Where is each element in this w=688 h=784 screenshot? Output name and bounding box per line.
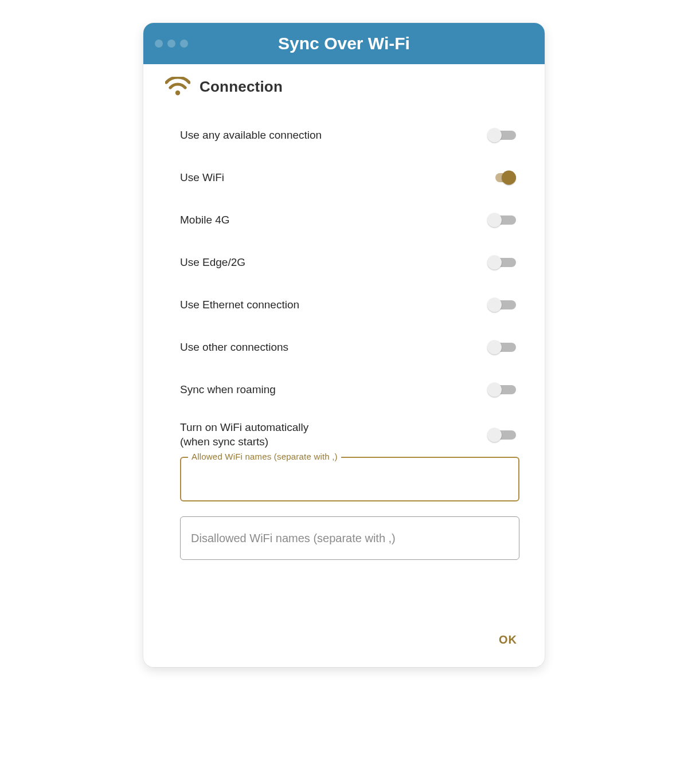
content: Connection Use any available connection … bbox=[143, 64, 545, 571]
ok-button[interactable]: OK bbox=[497, 629, 519, 651]
allowed-wifi-legend: Allowed WiFi names (separate with ,) bbox=[188, 452, 341, 461]
toggle-mobile-4g[interactable] bbox=[487, 212, 516, 228]
wifi-icon bbox=[165, 77, 190, 96]
footer: OK bbox=[143, 629, 545, 667]
toggle-use-wifi[interactable] bbox=[487, 170, 516, 186]
row-use-edge-2g: Use Edge/2G bbox=[180, 251, 516, 274]
window-title: Sync Over Wi-Fi bbox=[278, 34, 410, 53]
row-label: Use WiFi bbox=[180, 171, 224, 185]
settings-dialog: Sync Over Wi-Fi Connection Use any avail… bbox=[143, 23, 545, 667]
titlebar: Sync Over Wi-Fi bbox=[143, 23, 545, 64]
row-label-line2: (when sync starts) bbox=[180, 435, 308, 449]
row-auto-wifi: Turn on WiFi automatically (when sync st… bbox=[180, 421, 516, 449]
window-zoom-dot[interactable] bbox=[180, 40, 188, 48]
row-label: Use Ethernet connection bbox=[180, 298, 299, 312]
row-label-line1: Turn on WiFi automatically bbox=[180, 421, 308, 433]
row-label: Sync when roaming bbox=[180, 383, 276, 397]
row-use-ethernet: Use Ethernet connection bbox=[180, 293, 516, 316]
row-label: Use any available connection bbox=[180, 128, 322, 143]
row-mobile-4g: Mobile 4G bbox=[180, 209, 516, 232]
disallowed-wifi-field bbox=[180, 516, 519, 560]
toggle-use-edge-2g[interactable] bbox=[487, 254, 516, 271]
section-title: Connection bbox=[200, 78, 283, 96]
window-controls bbox=[155, 40, 188, 48]
toggle-use-other[interactable] bbox=[487, 339, 516, 355]
row-label: Turn on WiFi automatically (when sync st… bbox=[180, 421, 308, 449]
toggle-sync-roaming[interactable] bbox=[487, 382, 516, 398]
toggle-auto-wifi[interactable] bbox=[487, 427, 516, 443]
row-label: Use other connections bbox=[180, 340, 288, 355]
toggle-list: Use any available connection Use WiFi Mo… bbox=[169, 124, 519, 449]
row-label: Use Edge/2G bbox=[180, 256, 245, 270]
toggle-use-any-connection[interactable] bbox=[487, 127, 516, 143]
svg-point-0 bbox=[175, 91, 180, 95]
row-use-wifi: Use WiFi bbox=[180, 166, 516, 189]
row-sync-roaming: Sync when roaming bbox=[180, 378, 516, 401]
row-label: Mobile 4G bbox=[180, 213, 230, 228]
toggle-use-ethernet[interactable] bbox=[487, 297, 516, 313]
allowed-wifi-field: Allowed WiFi names (separate with ,) bbox=[180, 457, 519, 501]
row-use-any-connection: Use any available connection bbox=[180, 124, 516, 147]
window-minimize-dot[interactable] bbox=[167, 40, 175, 48]
disallowed-wifi-input[interactable] bbox=[190, 531, 510, 546]
allowed-wifi-input[interactable] bbox=[189, 465, 513, 495]
window-close-dot[interactable] bbox=[155, 40, 163, 48]
row-use-other: Use other connections bbox=[180, 336, 516, 359]
section-header: Connection bbox=[165, 77, 519, 96]
